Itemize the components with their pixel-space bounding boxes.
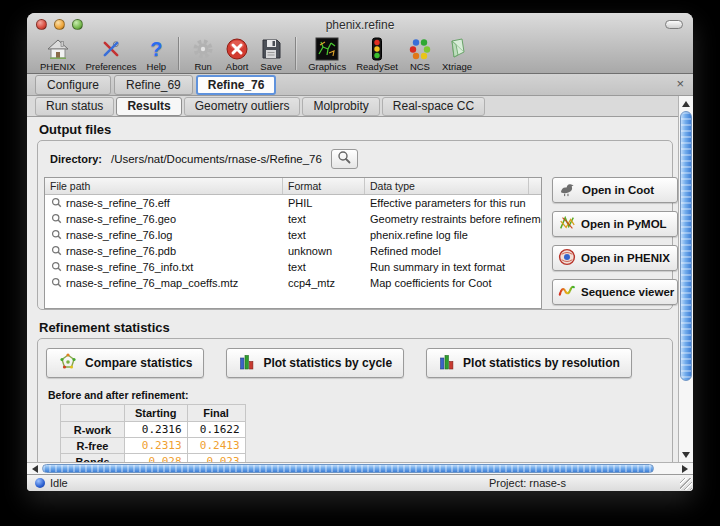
toolbar-button-save[interactable]: Save [254, 36, 288, 72]
toolbar-button-phenix[interactable]: PHENIX [35, 36, 80, 72]
magnifier-icon [50, 277, 66, 290]
directory-label: Directory: [50, 153, 102, 165]
toolbar-label: Preferences [85, 61, 136, 72]
toolbar-label: Save [260, 61, 282, 72]
button-label: Open in PHENIX [581, 252, 670, 264]
toolbar-button-run[interactable]: Run [186, 36, 220, 72]
toolbar-button-xtriage[interactable]: Xtriage [437, 36, 477, 72]
stat-starting-value: 0.2313 [125, 438, 188, 454]
screen-background: phenix.refine PHENIX Preferences [0, 0, 720, 526]
zoom-window-button[interactable] [72, 19, 83, 30]
table-row[interactable]: rnase-s_refine_76.pdb unknown Refined mo… [45, 243, 541, 259]
directory-row: Directory: /Users/nat/Documents/rnase-s/… [50, 149, 664, 169]
file-format: PHIL [283, 197, 365, 209]
refinement-statistics-heading: Refinement statistics [39, 320, 673, 335]
stats-col-starting: Starting [125, 405, 188, 422]
magnifier-icon [50, 213, 66, 226]
tab-refine-69[interactable]: Refine_69 [114, 75, 193, 95]
plot-statistics-by-cycle-button[interactable]: Plot statistics by cycle [226, 348, 404, 378]
file-data-type: phenix.refine log file [365, 229, 541, 241]
toolbar-button-abort[interactable]: Abort [220, 36, 254, 72]
magnifier-icon [50, 261, 66, 274]
toolbar-button-preferences[interactable]: Preferences [80, 36, 141, 72]
toolbar-button-readyset[interactable]: ReadySet [351, 36, 403, 72]
toolbar-separator [295, 37, 296, 70]
titlebar[interactable]: phenix.refine [27, 13, 693, 36]
tab-configure[interactable]: Configure [35, 75, 111, 95]
horizontal-scrollbar[interactable] [27, 462, 693, 474]
phenix-home-icon [46, 37, 70, 61]
open-in-coot-button[interactable]: Open in Coot [552, 177, 678, 203]
toolbar-label: ReadySet [356, 61, 398, 72]
file-data-type: Map coefficients for Coot [365, 277, 541, 289]
file-data-type: Run summary in text format [365, 261, 541, 273]
subtab-run-status[interactable]: Run status [35, 97, 114, 116]
coot-bird-icon [558, 181, 577, 200]
plot-statistics-by-resolution-button[interactable]: Plot statistics by resolution [426, 348, 632, 378]
file-format: text [283, 213, 365, 225]
vertical-scrollbar[interactable] [678, 96, 693, 462]
tab-bar: Configure Refine_69 Refine_76 × [27, 74, 693, 96]
stats-row-r-free: R-free 0.2313 0.2413 [61, 438, 246, 454]
toolbar-toggle-button[interactable] [665, 20, 683, 29]
file-path: rnase-s_refine_76.log [66, 229, 172, 241]
before-after-table: Starting Final R-work 0.2316 0.1622 R-fr… [60, 404, 246, 462]
toolbar-label: Graphics [308, 61, 346, 72]
file-path: rnase-s_refine_76.pdb [66, 245, 176, 257]
toolbar: PHENIX Preferences ? Help [27, 36, 693, 73]
graphics-density-icon [315, 37, 339, 61]
subtab-geometry-outliers[interactable]: Geometry outliers [184, 97, 301, 116]
table-row[interactable]: rnase-s_refine_76_map_coeffs.mtz ccp4_mt… [45, 275, 541, 291]
toolbar-label: Help [147, 61, 167, 72]
stats-corner-cell [61, 405, 125, 422]
toolbar-button-help[interactable]: ? Help [142, 36, 172, 72]
ncs-spheres-icon [408, 37, 432, 61]
vertical-scrollbar-thumb[interactable] [680, 111, 692, 381]
app-window: phenix.refine PHENIX Preferences [27, 13, 693, 491]
table-row[interactable]: rnase-s_refine_76_info.txt text Run summ… [45, 259, 541, 275]
file-format: text [283, 261, 365, 273]
magnifier-icon [50, 197, 66, 210]
toolbar-label: Abort [226, 61, 249, 72]
scroll-up-arrow-icon[interactable] [679, 97, 693, 110]
browse-directory-button[interactable] [331, 149, 358, 169]
compare-statistics-button[interactable]: Compare statistics [46, 348, 204, 378]
bar-chart-icon [438, 353, 456, 374]
help-icon: ? [150, 37, 162, 61]
subtab-molprobity[interactable]: Molprobity [302, 97, 379, 116]
close-tab-icon[interactable]: × [676, 76, 684, 92]
status-idle-icon [35, 478, 45, 488]
stat-label: R-work [61, 422, 125, 438]
status-bar: Idle Project: rnase-s [27, 474, 693, 491]
tab-refine-76[interactable]: Refine_76 [196, 75, 277, 95]
scroll-right-arrow-icon[interactable] [679, 463, 691, 474]
output-files-table: File path Format Data type rnase-s_refin… [44, 177, 542, 309]
column-header-format[interactable]: Format [283, 178, 365, 194]
run-gear-icon [191, 37, 215, 61]
column-header-gutter [529, 178, 541, 194]
resize-grip[interactable] [680, 478, 692, 490]
open-in-pymol-button[interactable]: Open in PyMOL [552, 211, 678, 237]
table-row[interactable]: rnase-s_refine_76.geo text Geometry rest… [45, 211, 541, 227]
save-icon [259, 37, 283, 61]
subtab-results[interactable]: Results [116, 97, 181, 116]
scroll-down-arrow-icon[interactable] [679, 448, 693, 461]
sequence-viewer-button[interactable]: Sequence viewer [552, 279, 678, 305]
table-row[interactable]: rnase-s_refine_76.eff PHIL Effective par… [45, 195, 541, 211]
file-data-type: Effective parameters for this run [365, 197, 541, 209]
subtab-real-space-cc[interactable]: Real-space CC [382, 97, 485, 116]
open-in-phenix-button[interactable]: Open in PHENIX [552, 245, 678, 271]
table-row[interactable]: rnase-s_refine_76.log text phenix.refine… [45, 227, 541, 243]
toolbar-button-graphics[interactable]: Graphics [303, 36, 351, 72]
pymol-ribbon-icon [558, 214, 576, 234]
column-header-file-path[interactable]: File path [45, 178, 283, 194]
stat-starting-value: 0.2316 [125, 422, 188, 438]
horizontal-scrollbar-thumb[interactable] [42, 464, 654, 473]
scroll-left-arrow-icon[interactable] [29, 463, 41, 474]
column-header-data-type[interactable]: Data type [365, 178, 529, 194]
close-window-button[interactable] [36, 19, 47, 30]
minimize-window-button[interactable] [54, 19, 65, 30]
stat-final-value: 0.2413 [187, 438, 245, 454]
toolbar-button-ncs[interactable]: NCS [403, 36, 437, 72]
button-label: Open in PyMOL [581, 218, 667, 230]
